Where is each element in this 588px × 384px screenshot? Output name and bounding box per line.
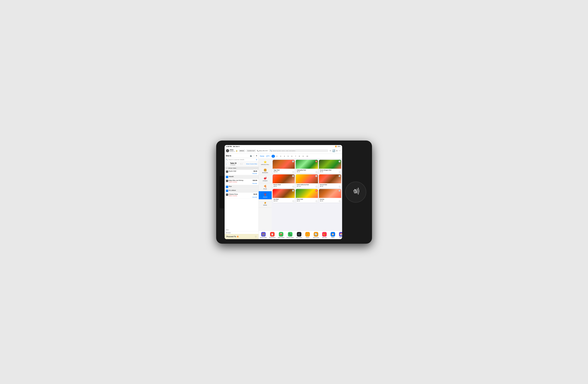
nav-payout[interactable]: 💰 Payout xyxy=(303,231,312,239)
ios-screen: 4:38 PM Sat Jun 4 📶 25% i Chris iStation… xyxy=(225,145,342,239)
list-item: 1 Rice xyxy=(225,185,258,189)
nav-open-orders[interactable]: 📦 Open Orders xyxy=(277,231,285,239)
main-content: Dine In 🖨️ ⋮ ✕ 🔍 Search Customer details… xyxy=(225,154,342,239)
info-icon[interactable]: i xyxy=(293,171,294,173)
tab-home[interactable]: Home xyxy=(260,155,264,157)
menu-item-card[interactable]: Gold California Roll $21.00 i xyxy=(296,174,318,188)
search-small-icon: 🔍 xyxy=(226,159,228,161)
search-customer-bar[interactable]: 🔍 Search Customer details ⊕ xyxy=(225,158,258,162)
number-tab-5[interactable]: 5 xyxy=(286,155,290,158)
number-tab-8[interactable]: 8 xyxy=(298,155,301,158)
reorder-link[interactable]: Reorder xyxy=(226,197,257,198)
more-icon[interactable]: ⋯ xyxy=(338,149,341,152)
clock-out-button[interactable]: CLOCK OUT xyxy=(246,149,256,152)
number-tab-6[interactable]: 6 xyxy=(290,155,294,158)
sidebar-item-isteaks[interactable]: 🥩 iSTEAKS xyxy=(259,175,272,183)
sidebar-item-ispecial[interactable]: ⭐ iSPECIAL ROLL xyxy=(259,159,272,167)
ispecial-icon: ⭐ xyxy=(264,161,267,163)
nav-tables[interactable]: 🏠 Tables xyxy=(329,231,337,239)
break-button[interactable]: BREAK xyxy=(239,149,245,152)
nav-gift-card[interactable]: 🎁 Gift Card xyxy=(320,231,329,239)
info-icon: ⓘ xyxy=(255,236,257,238)
close-icon[interactable]: ✕ xyxy=(256,155,257,157)
info-icon[interactable]: i xyxy=(339,200,340,202)
info-icon[interactable]: i xyxy=(316,171,317,173)
menu-item-price: $9.00 xyxy=(320,171,340,172)
add-icon[interactable]: ＋ xyxy=(329,149,331,152)
refresh-icon[interactable]: 🔄 xyxy=(332,149,335,152)
print-icon[interactable]: 🖨️ xyxy=(250,155,252,157)
nav-rese[interactable]: 📅 Rese... xyxy=(337,231,342,239)
iburgers-icon: 🍔 xyxy=(264,169,267,172)
menu-item-image xyxy=(319,174,341,183)
reorder-link[interactable]: Reorder xyxy=(226,183,257,184)
whole-table-header: 🍴 Whole Table xyxy=(225,167,258,170)
payout-icon: 💰 xyxy=(305,232,310,237)
item-search-bar[interactable]: 🔍 Search by item name, code, description xyxy=(269,149,328,152)
number-tab-1[interactable]: 1 xyxy=(272,155,275,158)
header-actions: ＋ 🔄 ≡ ⋯ xyxy=(329,149,341,152)
nav-transactions[interactable]: 📋 Transactions xyxy=(268,231,276,239)
proceed-button[interactable]: Proceed To 🔥 ⓘ xyxy=(225,234,258,239)
menu-item-price: $12.00 xyxy=(274,171,294,172)
lock-icon[interactable]: 🔒 xyxy=(236,150,238,152)
cat-label: iPIZZA xyxy=(263,188,267,189)
status-indicators: 📶 25% xyxy=(335,146,340,147)
menu-item-card[interactable]: Tiger Roll $12.00 i xyxy=(273,160,295,173)
number-tab-10[interactable]: 10 xyxy=(305,155,309,158)
show-course-wise-btn[interactable]: Show Course Wise xyxy=(246,163,257,165)
cat-label: iSPECIAL ROLL xyxy=(261,164,269,165)
menu-item-card[interactable]: ▶ Panic Roll $9.00 i xyxy=(296,189,318,203)
menu-item-card[interactable]: Green Dragon Roll $9.00 i xyxy=(319,160,341,173)
item-sub-label: (Main Course) xyxy=(229,195,238,197)
sidebar-item-ipizza[interactable]: 🍕 iPIZZA xyxy=(259,183,272,191)
item-sub-label: (Main Course) xyxy=(229,181,243,183)
menu-item-card[interactable]: Rock'n Roll $9.00 i xyxy=(273,174,295,188)
table-guests: 4 Guests xyxy=(230,164,236,166)
tab-qty[interactable]: QTY xyxy=(266,155,270,157)
number-tab-4[interactable]: 4 xyxy=(283,155,286,158)
list-item: 1 Wasabi xyxy=(225,175,258,179)
reorder-link[interactable]: Reorder xyxy=(226,173,257,174)
info-icon[interactable]: i xyxy=(339,186,340,187)
nfc-icon xyxy=(351,186,361,198)
nav-open-close[interactable]: 🔄 Open/Close xyxy=(312,231,320,239)
phone-orders-icon: 📞 xyxy=(288,232,293,237)
cat-label: Seafood xyxy=(263,197,267,198)
number-tab-9[interactable]: 9 xyxy=(301,155,305,158)
item-qty: 1 xyxy=(226,186,228,188)
menu-item-name: Gold California Roll xyxy=(297,184,317,185)
menu-item-card[interactable]: 911 Roll $10.00 i xyxy=(273,189,295,203)
ipizza-icon: 🍕 xyxy=(264,185,267,188)
sidebar-item-seafood[interactable]: 🦞 Seafood xyxy=(259,191,272,199)
status-time: 4:38 PM Sat Jun 4 xyxy=(226,146,240,147)
number-tab-7[interactable]: 7 xyxy=(294,155,297,158)
number-tab-3[interactable]: 3 xyxy=(279,155,282,158)
nav-your-orders[interactable]: 🛒 Your Orders xyxy=(295,231,303,239)
menu-item-card[interactable]: Geisha $9.00 i xyxy=(319,189,341,203)
search-icon: 🔍 xyxy=(270,150,272,152)
menu-item-status xyxy=(292,175,294,177)
item-price: $18.00 xyxy=(253,180,257,181)
item-name: Rock'n Roll xyxy=(229,170,236,172)
info-icon[interactable]: i xyxy=(339,171,340,173)
info-icon[interactable]: i xyxy=(293,200,294,202)
sidebar-item-idrink[interactable]: 🍺 iDRINK xyxy=(259,199,272,207)
order-items-list: 1 Rock'n Roll $9.00 Reorder 1 xyxy=(225,170,258,228)
info-icon[interactable]: i xyxy=(316,186,317,187)
menu-item-image xyxy=(273,160,295,169)
nav-phone-orders[interactable]: 📞 Phone Orders xyxy=(286,231,295,239)
back-arrow-icon[interactable]: ‹ xyxy=(226,163,227,165)
list-icon[interactable]: ≡ xyxy=(336,149,337,152)
info-icon[interactable]: i xyxy=(316,200,317,202)
menu-item-card[interactable]: Sunset Roll $9.00 i xyxy=(319,174,341,188)
add-customer-icon[interactable]: ⊕ xyxy=(256,159,257,161)
info-icon[interactable]: i xyxy=(293,186,294,187)
menu-item-card[interactable]: ▶ Caterpillar Roll $9.00 i xyxy=(296,160,318,173)
sidebar-item-iburgers[interactable]: 🍔 iBURGERS xyxy=(259,167,272,175)
more-options-icon[interactable]: ⋮ xyxy=(253,155,255,157)
top-header: i Chris iStation 1 🔒 BREAK CLOCK OUT 📞 (… xyxy=(225,148,342,154)
item-name: Wasabi xyxy=(229,176,234,177)
nav-manual-sales[interactable]: 🧮 Manual Sales xyxy=(259,231,268,239)
number-tab-2[interactable]: 2 xyxy=(275,155,279,158)
